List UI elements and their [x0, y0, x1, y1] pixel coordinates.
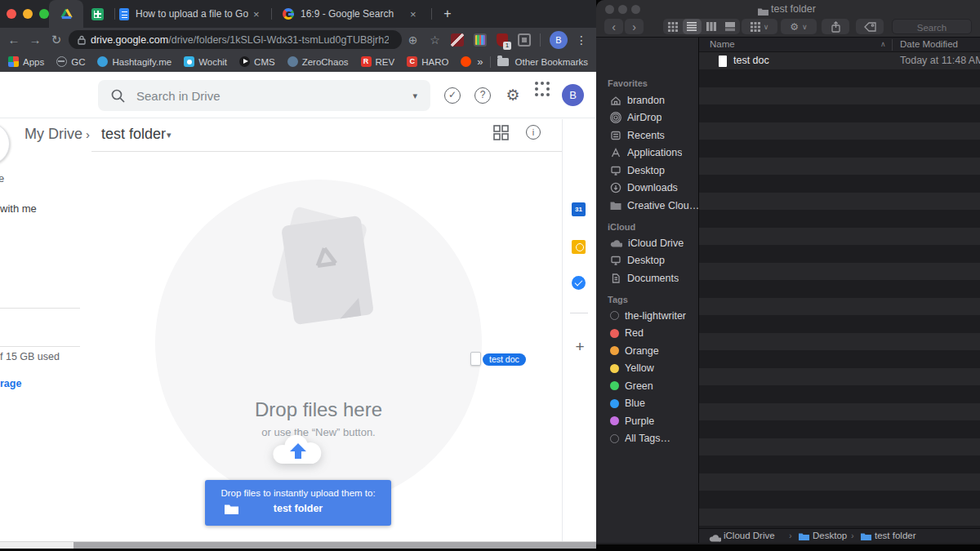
send-to-device-icon[interactable]: ⊕	[402, 33, 424, 47]
bookmark-cms[interactable]: CMS	[239, 56, 275, 67]
extension-icon-tv[interactable]	[474, 33, 487, 47]
sidebar-item-downloads[interactable]: Downloads	[596, 180, 699, 198]
breadcrumb-test-folder[interactable]: test folder	[101, 126, 166, 143]
sidebar-tag-blue[interactable]: Blue	[596, 395, 699, 413]
sidebar-tag-purple[interactable]: Purple	[596, 412, 699, 430]
pinned-tab-google-sheets[interactable]	[83, 0, 111, 28]
help-icon[interactable]: ?	[474, 87, 491, 104]
bookmark-star-icon[interactable]: ☆	[424, 33, 446, 47]
column-header-date-modified[interactable]: Date Modified	[900, 39, 958, 49]
sidebar-item-icloud-drive[interactable]: iCloud Drive	[596, 234, 699, 252]
upgrade-storage-link-partial[interactable]: rage	[0, 378, 21, 389]
path-item-icloud-drive[interactable]: iCloud Drive	[724, 531, 775, 540]
icon-view-button[interactable]	[663, 19, 683, 34]
extension-icon-video[interactable]	[451, 33, 464, 47]
drive-profile-avatar[interactable]: B	[562, 84, 584, 106]
sidebar-tag-red[interactable]: Red	[596, 325, 699, 343]
google-apps-grid-icon[interactable]	[534, 87, 550, 104]
bookmark-rev[interactable]: R REV	[361, 56, 395, 67]
horizontal-scrollbar[interactable]	[0, 541, 596, 549]
tab-how-to-upload[interactable]: How to upload a file to Google D ×	[111, 0, 268, 28]
share-button[interactable]	[822, 19, 849, 34]
sidebar-item-creative-cloud[interactable]: Creative Clou…	[596, 197, 699, 215]
back-button[interactable]: ‹	[604, 19, 623, 34]
path-item-desktop[interactable]: Desktop	[813, 531, 847, 540]
drive-search-input[interactable]	[136, 89, 412, 103]
reload-button[interactable]: ↻	[46, 33, 67, 47]
offline-status-icon[interactable]: ✓	[444, 87, 461, 104]
grid-view-toggle-icon[interactable]	[493, 125, 509, 140]
other-bookmarks-button[interactable]: Other Bookmarks	[515, 57, 588, 67]
browser-profile-avatar[interactable]: B	[550, 31, 568, 49]
chrome-zoom-button[interactable]	[39, 9, 49, 19]
finder-search-input[interactable]	[893, 21, 971, 35]
sidebar-tag-custom[interactable]: the-lightwriter	[596, 307, 699, 325]
scrollbar-thumb[interactable]	[74, 542, 596, 549]
sidebar-item-applications[interactable]: Applications	[596, 144, 699, 162]
sidebar-item-icloud-desktop[interactable]: Desktop	[596, 252, 699, 270]
extension-icon-shield[interactable]: 1	[497, 33, 508, 47]
bookmarks-overflow-icon[interactable]: »	[477, 56, 483, 68]
list-view-button[interactable]	[683, 19, 702, 34]
tab-close-icon[interactable]: ×	[253, 8, 260, 20]
sidebar-tag-yellow[interactable]: Yellow	[596, 360, 699, 378]
bookmark-gc[interactable]: GC	[56, 56, 85, 67]
address-bar[interactable]: drive.google.com/drive/folders/1kSLGl-Wd…	[69, 30, 402, 49]
bookmark-apps[interactable]: Apps	[8, 56, 44, 67]
tab-google-search[interactable]: 16:9 - Google Search ×	[276, 0, 428, 28]
column-divider[interactable]	[892, 39, 893, 51]
finder-zoom-button[interactable]	[631, 5, 640, 14]
chrome-minimize-button[interactable]	[23, 9, 33, 19]
tab-close-icon[interactable]: ×	[410, 8, 416, 20]
sidebar-tag-green[interactable]: Green	[596, 377, 699, 395]
extension-icon-clipper[interactable]	[518, 33, 531, 47]
dragged-file-label[interactable]: test doc	[483, 353, 526, 366]
chrome-close-button[interactable]	[7, 9, 16, 19]
column-view-button[interactable]	[702, 19, 721, 34]
info-icon[interactable]: i	[526, 125, 541, 140]
google-tasks-icon[interactable]	[572, 276, 586, 290]
sidebar-item-all-tags[interactable]: All Tags…	[596, 430, 699, 448]
tags-button[interactable]	[856, 19, 884, 34]
forward-button[interactable]: →	[24, 33, 46, 47]
sidebar-item-recents[interactable]: Recents	[596, 127, 699, 144]
coverflow-view-button[interactable]	[721, 19, 741, 34]
bookmark-hashtagify[interactable]: Hashtagify.me	[97, 56, 172, 67]
file-row-test-doc[interactable]: test doc Today at 11:48 AM	[699, 52, 980, 70]
sidebar-item-shared-with-me-partial[interactable]: with me	[0, 202, 37, 215]
action-menu-button[interactable]: ⚙ ∨	[781, 19, 817, 34]
settings-gear-icon[interactable]: ⚙	[505, 87, 521, 104]
cloud-icon	[709, 533, 721, 542]
finder-close-button[interactable]	[605, 5, 614, 14]
folder-menu-caret-icon[interactable]: ▾	[167, 130, 172, 140]
sidebar-tag-orange[interactable]: Orange	[596, 342, 699, 360]
google-calendar-icon[interactable]: 31	[572, 202, 586, 216]
breadcrumb-my-drive[interactable]: My Drive	[24, 126, 82, 143]
reddit-icon[interactable]	[461, 56, 471, 67]
sidebar-item-airdrop[interactable]: AirDrop	[596, 109, 699, 127]
bookmark-wochit[interactable]: Wochit	[184, 56, 227, 67]
path-item-test-folder[interactable]: test folder	[875, 531, 916, 540]
column-header-name[interactable]: Name	[710, 39, 735, 49]
browser-menu-icon[interactable]: ⋮	[572, 33, 590, 47]
search-options-caret-icon[interactable]: ▾	[412, 91, 417, 101]
drive-search-box[interactable]: ▾	[98, 80, 430, 111]
bookmark-haro[interactable]: C HARO	[407, 56, 448, 67]
sidebar-item-desktop[interactable]: Desktop	[596, 162, 699, 180]
add-panel-icon[interactable]: +	[563, 338, 596, 356]
sidebar-item-home[interactable]: brandon	[596, 91, 699, 109]
sidebar-fragment: e	[0, 172, 4, 184]
back-button[interactable]: ←	[3, 33, 24, 47]
bookmark-zerochaos[interactable]: ZeroChaos	[287, 56, 349, 67]
forward-button[interactable]: ›	[625, 19, 644, 34]
group-by-button[interactable]: ∨	[742, 19, 777, 34]
finder-search-field[interactable]	[892, 19, 972, 34]
pinned-tab-google-drive[interactable]	[49, 0, 83, 28]
finder-titlebar[interactable]: test folder	[596, 0, 980, 18]
sidebar-item-documents[interactable]: Documents	[596, 269, 699, 287]
dragged-file-icon[interactable]	[470, 352, 481, 366]
finder-minimize-button[interactable]	[618, 5, 627, 14]
google-keep-icon[interactable]	[572, 240, 586, 254]
new-tab-button[interactable]: +	[439, 6, 456, 22]
desktop-icon	[610, 165, 621, 176]
